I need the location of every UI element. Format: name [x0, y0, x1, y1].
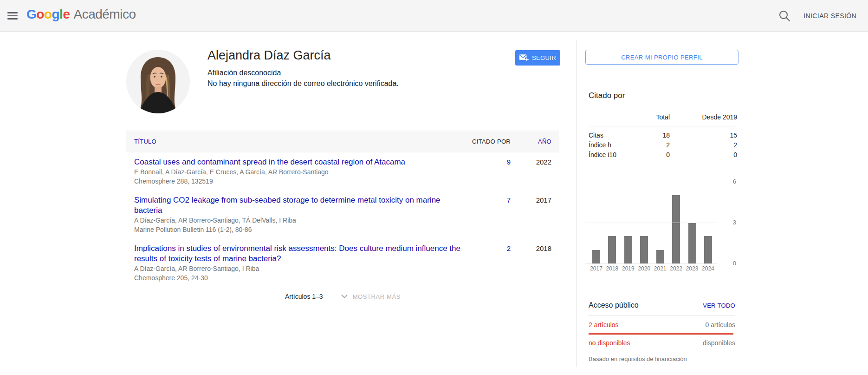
chart-bar-2022[interactable] — [672, 195, 680, 263]
chart-ytick-label: 3 — [722, 218, 736, 227]
avatar — [126, 50, 190, 113]
chart-year-label: 2023 — [685, 265, 700, 272]
google-scholar-logo[interactable]: GoogleAcadémico — [26, 7, 136, 22]
profile-affiliation: Afiliación desconocida — [207, 69, 281, 77]
envelope-plus-icon — [519, 54, 529, 61]
show-more-label: MOSTRAR MÁS — [353, 293, 401, 300]
unavailable-count: 2 artículos — [589, 321, 619, 329]
hamburger-menu-icon[interactable] — [7, 10, 20, 21]
stat-since: 0 — [670, 150, 737, 160]
article-year: 2017 — [524, 195, 551, 234]
chart-bar-2020[interactable] — [640, 236, 648, 263]
chart-bar-2018[interactable] — [608, 236, 616, 263]
logo-letter: G — [26, 7, 36, 21]
chart-bar-2019[interactable] — [624, 236, 632, 263]
cited-by-title: Citado por — [589, 91, 625, 100]
public-access-note: Basado en requisitos de financiación — [589, 355, 735, 362]
stats-column-total: Total — [640, 113, 670, 121]
chart-year-labels: 20172018201920202021202220232024 — [589, 265, 715, 272]
chart-ytick-label: 0 — [722, 259, 736, 268]
chart-gridline — [585, 182, 717, 182]
article-year: 2022 — [524, 157, 551, 186]
article-authors: A Díaz-García, AR Borrero-Santiago, I Ri… — [134, 264, 464, 273]
search-icon[interactable] — [778, 9, 791, 22]
articles-range-label: Artículos 1–3 — [285, 293, 323, 300]
create-profile-label: CREAR MI PROPIO PERFIL — [621, 54, 703, 61]
article-row: Simulating CO2 leakage from sub-seabed s… — [126, 191, 559, 239]
create-profile-button[interactable]: CREAR MI PROPIO PERFIL — [585, 50, 738, 65]
stat-since: 2 — [670, 140, 737, 150]
articles-footer: Artículos 1–3 MOSTRAR MÁS — [126, 293, 559, 300]
stat-row-indice-h: Índice h 2 2 — [589, 140, 737, 150]
stat-row-citas: Citas 18 15 — [589, 131, 737, 140]
profile-name: Alejandra Díaz García — [207, 48, 331, 63]
article-row: Implications in studies of environmental… — [126, 239, 559, 287]
stats-column-since: Desde 2019 — [670, 113, 737, 121]
column-header-year[interactable]: AÑO — [524, 138, 551, 145]
chart-bar-2021[interactable] — [656, 250, 664, 263]
chart-gridline — [585, 263, 717, 264]
stat-total: 18 — [640, 131, 670, 140]
chart-gridline — [585, 223, 717, 223]
stat-label: Índice h — [589, 140, 640, 150]
article-year: 2018 — [524, 243, 551, 283]
follow-button[interactable]: SEGUIR — [515, 50, 560, 66]
citation-stats-table: Total Desde 2019 Citas 18 15 Índice h 2 … — [589, 108, 737, 160]
chart-bars — [589, 178, 715, 263]
chart-year-label: 2018 — [605, 265, 619, 272]
chart-bar-2023[interactable] — [688, 223, 696, 263]
logo-letter: o — [36, 7, 44, 21]
available-label: disponibles — [703, 339, 735, 347]
stat-row-indice-i10: Índice i10 0 0 — [589, 150, 737, 160]
stat-total: 0 — [640, 150, 670, 160]
chart-bar-2017[interactable] — [592, 250, 600, 263]
logo-suffix: Académico — [73, 7, 136, 21]
show-more-button[interactable]: MOSTRAR MÁS — [341, 293, 401, 300]
public-access-section: Acceso público VER TODO 2 artículos 0 ar… — [589, 301, 735, 362]
logo-letter: e — [63, 7, 70, 21]
chart-bar-2024[interactable] — [704, 236, 712, 263]
top-bar: GoogleAcadémico INICIAR SESIÓN — [0, 0, 868, 32]
chart-ytick-label: 6 — [722, 178, 736, 186]
chart-year-label: 2019 — [621, 265, 635, 272]
chart-year-label: 2017 — [589, 265, 603, 272]
article-row: Coastal uses and contaminant spread in t… — [126, 152, 559, 191]
citations-chart: 20172018201920202021202220232024 036 — [585, 178, 738, 276]
article-cited-by-count[interactable]: 2 — [464, 243, 511, 283]
public-access-divider — [589, 316, 735, 316]
view-all-link[interactable]: VER TODO — [703, 302, 735, 309]
stat-total: 2 — [640, 140, 670, 150]
google-wordmark: Google — [26, 7, 70, 21]
scholar-profile-page: GoogleAcadémico INICIAR SESIÓN — [0, 0, 868, 375]
chart-year-label: 2022 — [669, 265, 683, 272]
follow-button-label: SEGUIR — [532, 54, 556, 61]
chart-year-label: 2024 — [701, 265, 715, 272]
sign-in-link[interactable]: INICIAR SESIÓN — [803, 12, 856, 20]
article-title-link[interactable]: Coastal uses and contaminant spread in t… — [134, 157, 464, 167]
article-authors: A Díaz-García, AR Borrero-Santiago, TÁ D… — [134, 216, 464, 225]
stat-since: 15 — [670, 131, 737, 140]
chart-year-label: 2020 — [637, 265, 651, 272]
article-title-link[interactable]: Implications in studies of environmental… — [134, 243, 464, 264]
logo-letter: o — [44, 7, 52, 21]
article-cited-by-count[interactable]: 7 — [464, 195, 511, 234]
available-count: 0 artículos — [705, 321, 735, 329]
articles-table-header: TÍTULO CITADO POR AÑO — [126, 131, 559, 152]
article-authors: E Bonnail, A Díaz-García, E Cruces, A Ga… — [134, 167, 464, 177]
column-header-cited-by: CITADO POR — [464, 138, 511, 145]
article-title-link[interactable]: Simulating CO2 leakage from sub-seabed s… — [134, 195, 464, 216]
article-venue: Chemosphere 205, 24-30 — [134, 273, 464, 283]
column-header-title[interactable]: TÍTULO — [134, 138, 464, 145]
article-venue: Marine Pollution Bulletin 116 (1-2), 80-… — [134, 225, 464, 234]
article-cited-by-count[interactable]: 9 — [464, 157, 511, 186]
chevron-down-icon — [341, 294, 348, 299]
stat-label: Citas — [589, 131, 640, 140]
articles-list: Coastal uses and contaminant spread in t… — [126, 152, 559, 287]
profile-email-status: No hay ninguna dirección de correo elect… — [207, 79, 399, 88]
public-access-title: Acceso público — [589, 301, 639, 309]
stat-label: Índice i10 — [589, 150, 640, 160]
article-venue: Chemosphere 288, 132519 — [134, 177, 464, 186]
chart-year-label: 2021 — [653, 265, 667, 272]
content-divider — [577, 39, 577, 367]
public-access-progress-bar — [589, 333, 733, 335]
